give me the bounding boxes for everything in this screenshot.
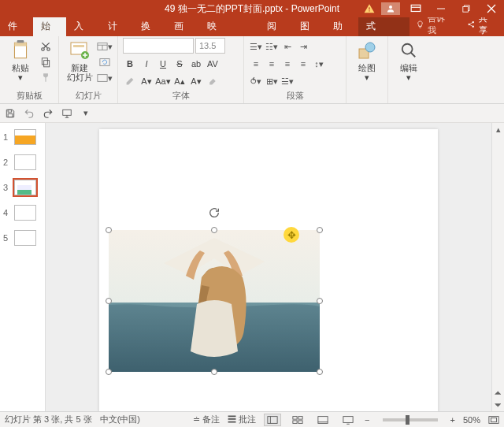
italic-button[interactable]: I xyxy=(139,57,154,71)
zoom-in-button[interactable]: + xyxy=(450,415,455,425)
scroll-prev-slide[interactable]: ⏶ xyxy=(492,386,504,399)
underline-button[interactable]: U xyxy=(156,57,170,71)
spacing-button[interactable]: AV xyxy=(206,57,220,71)
slide-editor[interactable]: ✥ xyxy=(46,123,491,411)
qat-customize[interactable]: ▾ xyxy=(79,106,93,121)
sorter-view-button[interactable] xyxy=(289,414,306,426)
svg-rect-54 xyxy=(491,418,497,421)
shadow-button[interactable]: ab xyxy=(189,57,203,71)
bulb-icon xyxy=(416,20,424,29)
thumbnail-3[interactable]: 3 xyxy=(0,178,45,197)
bullets-button[interactable]: ☰▾ xyxy=(249,39,263,54)
svg-line-11 xyxy=(470,24,472,26)
new-slide-button[interactable]: 新建 幻灯片 xyxy=(64,38,95,82)
numbering-button[interactable]: ☷▾ xyxy=(265,39,279,54)
undo-icon xyxy=(24,108,35,119)
align-text-button[interactable]: ⊞▾ xyxy=(265,74,279,88)
bold-button[interactable]: B xyxy=(123,57,137,71)
section-icon xyxy=(97,73,108,83)
smart-art-button[interactable]: ☱▾ xyxy=(280,74,295,88)
copy-button[interactable] xyxy=(38,55,54,69)
save-button[interactable] xyxy=(3,106,17,121)
clear-format-button[interactable] xyxy=(206,74,220,88)
notes-toggle[interactable]: ≐ 备注 xyxy=(193,414,220,425)
font-family-combo[interactable] xyxy=(123,38,194,54)
save-icon xyxy=(5,108,16,119)
svg-point-9 xyxy=(472,26,473,28)
ribbon-display-icon[interactable] xyxy=(403,0,428,17)
svg-rect-1 xyxy=(411,5,421,11)
layout-button[interactable]: ▾ xyxy=(97,39,113,54)
thumbnail-5[interactable]: 5 xyxy=(0,228,45,247)
resize-handle-sw[interactable] xyxy=(106,369,112,375)
drawing-button[interactable]: 绘图▾ xyxy=(351,38,383,82)
format-painter-button[interactable] xyxy=(38,71,54,85)
current-slide[interactable]: ✥ xyxy=(99,129,438,411)
thumbnail-2[interactable]: 2 xyxy=(0,153,45,172)
font-size-combo[interactable]: 13.5 xyxy=(195,38,225,54)
paste-button[interactable]: 粘贴▾ xyxy=(5,38,36,82)
editing-button[interactable]: 编辑▾ xyxy=(393,38,424,82)
align-center-button[interactable]: ≡ xyxy=(265,57,279,71)
redo-button[interactable] xyxy=(41,106,55,121)
normal-view-button[interactable] xyxy=(264,414,281,426)
quick-access-toolbar: ▾ xyxy=(0,104,504,123)
rotate-handle[interactable] xyxy=(208,206,220,219)
font-color-button[interactable]: A▾ xyxy=(139,74,154,88)
resize-handle-ne[interactable] xyxy=(317,227,323,233)
align-left-button[interactable]: ≡ xyxy=(249,57,263,71)
undo-button[interactable] xyxy=(22,106,36,121)
resize-handle-se[interactable] xyxy=(317,369,323,375)
zoom-out-button[interactable]: − xyxy=(365,415,369,425)
close-button[interactable] xyxy=(479,0,504,17)
indent-inc-button[interactable]: ⇥ xyxy=(296,39,310,54)
strike-button[interactable]: S xyxy=(172,57,187,71)
scroll-next-slide[interactable]: ⏷ xyxy=(492,399,504,411)
thumbnail-1[interactable]: 1 xyxy=(0,128,45,147)
thumbnail-4[interactable]: 4 xyxy=(0,203,45,222)
svg-rect-14 xyxy=(14,43,26,46)
start-slideshow-button[interactable] xyxy=(60,106,74,121)
reset-button[interactable] xyxy=(97,55,113,69)
warning-icon[interactable] xyxy=(364,3,375,14)
change-case-button[interactable]: Aa▾ xyxy=(156,74,170,88)
line-spacing-button[interactable]: ↕▾ xyxy=(312,57,326,71)
zoom-slider[interactable] xyxy=(383,418,438,421)
svg-rect-47 xyxy=(293,420,297,423)
resize-handle-s[interactable] xyxy=(211,369,217,375)
new-slide-icon xyxy=(69,41,90,60)
fit-window-button[interactable] xyxy=(488,415,499,425)
group-label: 字体 xyxy=(123,88,239,103)
lang-indicator[interactable]: 中文(中国) xyxy=(100,414,140,425)
svg-rect-51 xyxy=(343,416,353,422)
indent-dec-button[interactable]: ⇤ xyxy=(280,39,295,54)
selected-picture[interactable]: ✥ xyxy=(109,230,320,372)
zoom-level[interactable]: 50% xyxy=(463,415,480,425)
resize-handle-w[interactable] xyxy=(106,298,112,304)
align-right-button[interactable]: ≡ xyxy=(280,57,295,71)
svg-rect-46 xyxy=(298,416,302,419)
svg-point-32 xyxy=(365,43,375,52)
slideshow-view-button[interactable] xyxy=(339,414,357,426)
account-icon[interactable] xyxy=(378,0,403,17)
align-justify-button[interactable]: ≡ xyxy=(296,57,310,71)
grow-font-button[interactable]: A▴ xyxy=(172,74,187,88)
cut-button[interactable] xyxy=(38,39,54,54)
text-direction-button[interactable]: ⥀▾ xyxy=(249,74,263,88)
resize-handle-e[interactable] xyxy=(317,298,323,304)
share-icon xyxy=(467,20,476,29)
resize-handle-nw[interactable] xyxy=(106,227,112,233)
comments-toggle[interactable]: ☰ 批注 xyxy=(228,414,256,425)
slide-counter: 幻灯片 第 3 张, 共 5 张 xyxy=(5,414,92,425)
section-button[interactable]: ▾ xyxy=(97,71,113,85)
resize-handle-n[interactable] xyxy=(211,227,217,233)
scissors-icon xyxy=(40,41,51,52)
maximize-button[interactable] xyxy=(454,0,479,17)
scroll-up[interactable]: ▴ xyxy=(492,123,504,136)
shrink-font-button[interactable]: A▾ xyxy=(189,74,203,88)
highlight-button[interactable] xyxy=(123,74,137,88)
reading-view-button[interactable] xyxy=(314,414,332,426)
redo-icon xyxy=(43,108,54,119)
vertical-scrollbar[interactable]: ▴ ⏶ ⏷ xyxy=(491,123,504,411)
minimize-button[interactable] xyxy=(428,0,454,17)
